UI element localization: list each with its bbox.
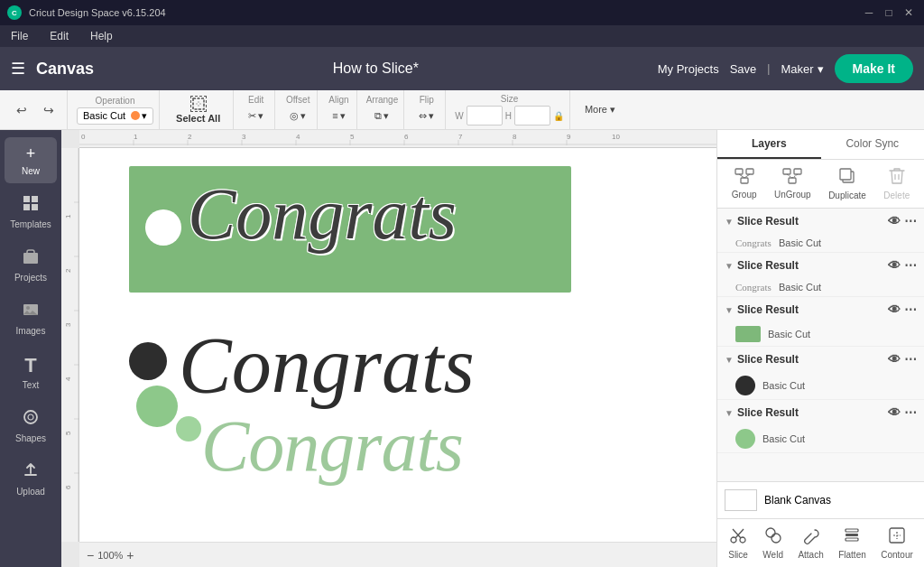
canvas-area[interactable]: 0 1 2 3 4 5 6 7 8 9 10 [61,130,716,567]
sidebar-item-projects[interactable]: Projects [5,240,57,290]
slice-result-1: ▼ Slice Result 👁 ⋯ Congrats Basic Cut [717,209,924,253]
offset-chevron-icon: ▾ [300,110,306,122]
slice-options-3[interactable]: ⋯ [904,302,917,317]
menu-edit[interactable]: Edit [46,28,72,44]
blank-canvas-thumbnail [725,489,757,511]
arrange-button[interactable]: ⧉ ▾ [369,107,394,125]
slice-options-4[interactable]: ⋯ [904,352,917,367]
menu-help[interactable]: Help [87,28,116,44]
save-button[interactable]: Save [730,62,757,76]
slice-item-2[interactable]: Congrats Basic Cut [717,278,924,296]
size-label: Size [501,94,518,104]
slice-tool-button[interactable]: Slice [721,525,755,562]
ungroup-button[interactable]: UnGroup [771,166,815,201]
svg-rect-47 [746,169,753,174]
visibility-toggle-4[interactable]: 👁 [888,352,901,367]
slice-result-3-title: Slice Result [737,303,884,316]
my-projects-button[interactable]: My Projects [658,62,719,76]
sidebar-item-text[interactable]: T Text [5,347,57,397]
edit-button[interactable]: ✂ ▾ [243,107,269,125]
zoom-in-button[interactable]: + [126,548,134,562]
visibility-toggle-3[interactable]: 👁 [888,302,901,317]
more-button[interactable]: More ▾ [579,100,621,119]
visibility-toggle-1[interactable]: 👁 [888,214,901,228]
size-lock-button[interactable]: 🔒 [553,111,564,121]
maximize-button[interactable]: □ [881,5,897,21]
align-button[interactable]: ≡ ▾ [327,107,350,125]
duplicate-button[interactable]: Duplicate [825,165,870,202]
attach-tool-button[interactable]: Attach [790,525,830,562]
slice-item-5[interactable]: Basic Cut [717,425,924,452]
sidebar-item-new[interactable]: + New [5,137,57,183]
machine-selector[interactable]: Maker ▾ [781,62,823,76]
slice-options-5[interactable]: ⋯ [904,405,917,420]
slice-result-1-header[interactable]: ▼ Slice Result 👁 ⋯ [717,209,924,234]
right-panel: Layers Color Sync Group UnGroup [716,130,924,567]
design-group-top[interactable]: Congrats [129,166,576,297]
menu-file[interactable]: File [7,28,32,44]
sidebar-item-upload[interactable]: Upload [5,454,57,504]
sidebar-item-shapes[interactable]: Shapes [5,401,57,451]
flip-button[interactable]: ⇔ ▾ [413,107,439,125]
offset-button[interactable]: ◎ ▾ [284,107,311,125]
svg-rect-68 [845,529,858,532]
visibility-toggle-2[interactable]: 👁 [888,258,901,273]
width-input[interactable] [467,106,503,125]
contour-tool-button[interactable]: Contour [873,525,920,562]
close-button[interactable]: ✕ [901,5,917,21]
align-label: Align [328,95,348,105]
app-logo: C [7,5,22,20]
slice-item-1[interactable]: Congrats Basic Cut [717,234,924,252]
slice-item-4[interactable]: Basic Cut [717,372,924,399]
visibility-toggle-5[interactable]: 👁 [888,405,901,420]
slice-item-5-color [735,429,755,449]
contour-tool-label: Contour [881,550,913,560]
contour-icon [888,526,906,548]
size-group: Size W H 🔒 [449,90,570,129]
delete-button[interactable]: Delete [880,165,913,202]
select-all-button[interactable]: Select All [169,94,227,125]
zoom-out-button[interactable]: − [87,548,94,562]
operation-dropdown[interactable]: Basic Cut ▾ [77,107,153,125]
duplicate-label: Duplicate [828,191,866,200]
zoom-control: − 100% + [79,542,716,567]
svg-rect-5 [23,204,30,210]
weld-tool-button[interactable]: Weld [755,525,790,562]
operation-chevron-icon: ▾ [142,110,147,122]
slice-result-3-header[interactable]: ▼ Slice Result 👁 ⋯ [717,297,924,322]
svg-point-10 [24,411,37,423]
design-group-bottom[interactable]: Congrats Congrats [129,324,688,532]
slice-item-3[interactable]: Basic Cut [717,322,924,346]
svg-rect-0 [193,98,204,109]
machine-chevron-icon: ▾ [818,62,824,76]
flatten-tool-button[interactable]: Flatten [831,525,873,562]
sidebar-item-images[interactable]: Images [5,293,57,343]
zoom-level-label: 100% [97,550,123,561]
slice-options-1[interactable]: ⋯ [904,214,917,228]
tab-layers[interactable]: Layers [717,130,821,159]
redo-button[interactable]: ↪ [36,98,61,123]
offset-label: Offset [286,95,310,105]
svg-rect-3 [23,196,30,202]
slice-result-2-header[interactable]: ▼ Slice Result 👁 ⋯ [717,253,924,278]
sidebar-item-templates[interactable]: Templates [5,187,57,237]
more-group: More ▾ [574,90,626,129]
arrange-chevron-icon: ▾ [383,110,389,122]
minimize-button[interactable]: ─ [861,5,877,21]
svg-text:1: 1 [64,214,72,218]
slice-options-2[interactable]: ⋯ [904,258,917,273]
hamburger-menu[interactable]: ☰ [11,59,25,79]
slice-result-5-header[interactable]: ▼ Slice Result 👁 ⋯ [717,400,924,425]
slice-result-4: ▼ Slice Result 👁 ⋯ Basic Cut [717,347,924,400]
title-bar: C Cricut Design Space v6.15.204 ─ □ ✕ [0,0,924,25]
undo-button[interactable]: ↩ [9,98,34,123]
slice-result-4-header[interactable]: ▼ Slice Result 👁 ⋯ [717,347,924,372]
congrats-text-dark: Congrats [179,320,475,411]
delete-icon [889,167,905,189]
group-button[interactable]: Group [728,166,761,201]
window-controls[interactable]: ─ □ ✕ [861,5,917,21]
make-it-button[interactable]: Make It [835,54,913,83]
tab-color-sync[interactable]: Color Sync [821,130,925,159]
height-input[interactable] [514,106,550,125]
arrange-icon: ⧉ [374,110,382,122]
